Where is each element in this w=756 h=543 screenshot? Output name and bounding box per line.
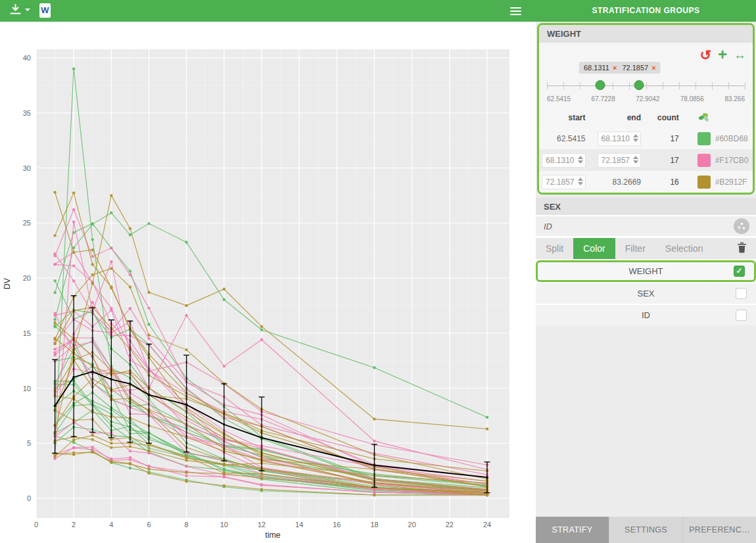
group-row-2: 68.131072.185717#F17CB0 [539, 149, 753, 171]
application-window: W STRATIFICATION GROUPS 0246810121416182… [0, 0, 756, 543]
color-cell: #B2912F [691, 176, 753, 189]
threshold-chip-2[interactable]: 72.1857× [617, 62, 660, 74]
id-label: ID [544, 222, 734, 231]
count-value: 17 [650, 156, 691, 165]
tab-stratify[interactable]: STRATIFY [536, 517, 609, 543]
number-spinner[interactable] [633, 156, 638, 164]
svg-text:10: 10 [23, 385, 31, 392]
tab-split[interactable]: Split [536, 238, 573, 259]
color-cell: #60BD68 [691, 132, 753, 145]
svg-text:14: 14 [295, 521, 303, 529]
reset-breaks-button[interactable]: ↺ [699, 48, 711, 62]
slider-handle-2[interactable] [634, 80, 644, 90]
number-spinner[interactable] [578, 156, 583, 164]
add-break-button[interactable]: + [718, 47, 727, 62]
groups-table-header: start end count [539, 108, 753, 128]
start-value: 68.1310 [546, 156, 574, 165]
tab-selection[interactable]: Selection [655, 238, 713, 259]
word-export-button[interactable]: W [39, 3, 51, 18]
slider-handle-1[interactable] [596, 80, 605, 90]
slider-tick [696, 82, 696, 89]
svg-text:10: 10 [220, 521, 228, 529]
tab-filter[interactable]: Filter [615, 238, 655, 259]
svg-text:18: 18 [370, 521, 378, 529]
slider-scale-label: 78.0856 [680, 95, 704, 103]
color-swatch[interactable] [697, 132, 711, 145]
slider-tick [580, 82, 580, 89]
weight-section-header[interactable]: WEIGHT [539, 25, 753, 43]
remove-threshold-icon-2[interactable]: × [651, 64, 655, 72]
svg-text:0: 0 [34, 521, 38, 529]
group-row-1: 62.541568.131017#60BD68 [539, 128, 753, 149]
svg-text:5: 5 [27, 439, 31, 447]
tab-preferenc[interactable]: PREFERENC… [683, 517, 756, 543]
svg-text:20: 20 [408, 521, 416, 529]
expand-horizontal-icon: ↔ [734, 48, 746, 62]
slider-scale-label: 83.266 [724, 95, 745, 103]
break-slider[interactable] [547, 78, 745, 95]
download-button[interactable] [9, 4, 30, 15]
header-start: start [539, 113, 595, 122]
stratify-row-sex[interactable]: SEX [536, 283, 756, 304]
color-swatch[interactable] [697, 176, 711, 189]
number-spinner[interactable] [578, 177, 583, 185]
dv-time-plot[interactable]: 0246810121416182022240510152025303540tim… [0, 22, 536, 543]
topbar: W STRATIFICATION GROUPS [0, 0, 756, 22]
start-input[interactable]: 72.1857 [542, 175, 585, 189]
checkbox-id[interactable] [736, 310, 747, 321]
remove-threshold-icon-1[interactable]: × [613, 64, 617, 72]
end-input[interactable]: 72.1857 [598, 153, 641, 168]
slider-tick [646, 82, 647, 89]
expand-range-button[interactable]: ↔ [734, 49, 746, 61]
svg-text:16: 16 [333, 521, 341, 529]
slider-tick [547, 82, 548, 89]
stratify-row-id[interactable]: ID [536, 305, 756, 325]
stratify-variable-list: WEIGHT✓SEXID [536, 260, 756, 325]
threshold-chip-1[interactable]: 68.1311× [579, 62, 621, 74]
slider-tick [728, 82, 729, 89]
slider-tick [613, 82, 613, 89]
id-section-row[interactable]: ID [536, 216, 756, 238]
slider-scale-labels: 62.541567.722872.904278.085683.266 [547, 95, 745, 103]
svg-text:20: 20 [23, 274, 31, 282]
x-axis-label: time [265, 531, 281, 540]
checkbox-weight[interactable]: ✓ [734, 266, 745, 277]
slider-tick [679, 82, 680, 89]
y-axis-label: DV [3, 277, 12, 289]
palette-button[interactable] [697, 112, 711, 124]
header-count: count [650, 113, 691, 122]
plus-icon: + [718, 45, 727, 63]
weight-panel: WEIGHT ↺ + ↔ 68.1311× 72.1857× [537, 23, 755, 195]
start-value: 62.5415 [557, 134, 585, 143]
end-value: 83.2669 [613, 177, 641, 187]
tab-settings[interactable]: SETTINGS [609, 517, 682, 543]
download-icon [9, 4, 22, 15]
header-end: end [595, 113, 651, 122]
stratify-row-weight[interactable]: WEIGHT✓ [536, 260, 756, 282]
groups-table: start end count [539, 108, 753, 193]
slider-chips: 68.1311× 72.1857× [547, 62, 745, 77]
stratification-sidebar: WEIGHT ↺ + ↔ 68.1311× 72.1857× [536, 22, 756, 543]
start-value: 72.1857 [546, 177, 574, 187]
start-input[interactable]: 68.1310 [542, 153, 585, 168]
group-row-3: 72.185783.266916#B2912F [539, 171, 753, 193]
mode-tabs: SplitColorFilterSelection [536, 238, 756, 260]
checkbox-sex[interactable] [736, 288, 747, 299]
color-swatch[interactable] [697, 154, 711, 167]
header-color [691, 112, 753, 124]
trash-icon [737, 242, 747, 253]
select-points-button[interactable] [734, 218, 749, 234]
color-hex: #60BD68 [715, 134, 748, 143]
threshold-value-2: 72.1857 [622, 64, 648, 72]
tab-color[interactable]: Color [573, 238, 615, 259]
slider-tick [712, 82, 713, 89]
count-value: 16 [650, 177, 691, 187]
menu-button[interactable] [510, 5, 521, 17]
sex-section-header[interactable]: SEX [536, 198, 756, 216]
stratify-label-sex: SEX [536, 289, 756, 298]
number-spinner[interactable] [633, 134, 638, 142]
caret-down-icon [25, 9, 30, 11]
delete-stratification-button[interactable] [737, 242, 747, 255]
stratify-label-weight: WEIGHT [538, 266, 754, 276]
end-input[interactable]: 68.1310 [598, 131, 641, 146]
